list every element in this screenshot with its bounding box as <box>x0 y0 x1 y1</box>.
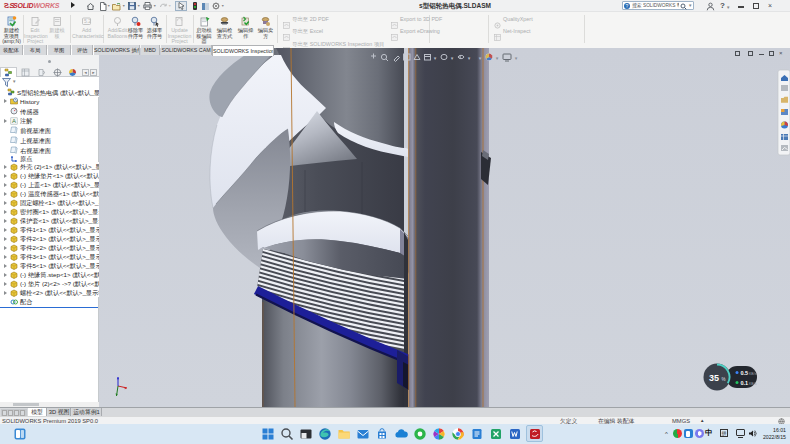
svg-text:KB/s: KB/s <box>749 382 757 386</box>
svg-text:▼: ▼ <box>495 56 499 61</box>
svg-text:▼: ▼ <box>478 56 482 61</box>
svg-text:0.5: 0.5 <box>741 370 749 376</box>
svg-text:35: 35 <box>709 373 719 383</box>
svg-text:▼: ▼ <box>450 56 454 61</box>
svg-text:KB/s: KB/s <box>749 372 757 376</box>
svg-text:▼: ▼ <box>467 56 471 61</box>
svg-text:%: % <box>722 377 726 382</box>
svg-text:5.2: 5.2 <box>84 18 91 24</box>
svg-text:A: A <box>12 118 16 124</box>
svg-text:▼: ▼ <box>514 56 518 61</box>
svg-text:0.1: 0.1 <box>741 380 749 386</box>
svg-text:▼: ▼ <box>433 56 437 61</box>
